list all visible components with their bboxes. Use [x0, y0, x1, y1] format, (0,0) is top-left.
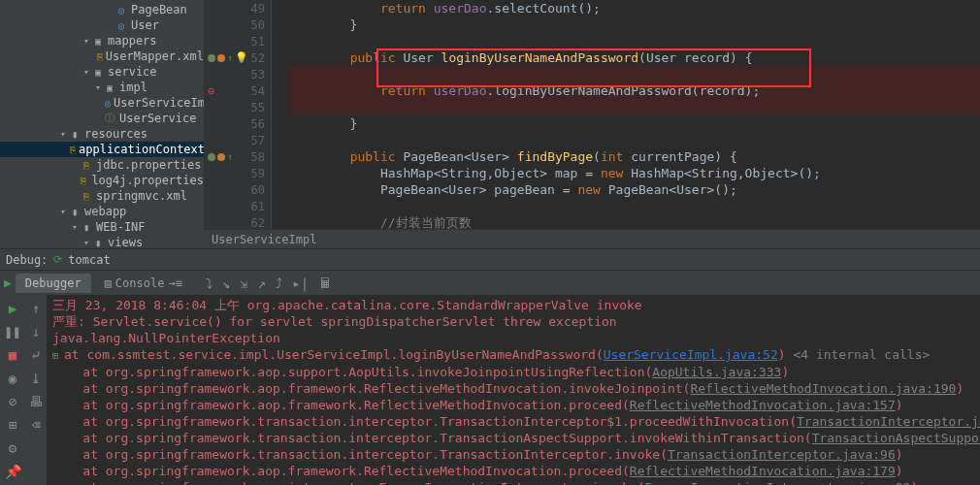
step-into-icon[interactable]: ↘ — [222, 275, 230, 291]
tree-item[interactable]: ▾▮views — [0, 235, 204, 248]
tree-item[interactable]: ▾▣mappers — [0, 33, 204, 48]
settings-icon[interactable]: ⚙ — [9, 440, 16, 456]
tree-item[interactable]: ▾▮webapp — [0, 204, 204, 219]
drop-frame-icon[interactable]: ⤴ — [276, 275, 282, 291]
tree-item[interactable]: ⎘UserMapper.xml — [0, 48, 204, 64]
tree-item[interactable]: ⎘log4j.properties — [0, 173, 204, 188]
code-line[interactable]: } — [289, 16, 980, 33]
code-line[interactable] — [289, 66, 980, 82]
editor-gutter: 495051↑💡5253⊖54555657↑585960616263 — [204, 0, 272, 229]
code-line[interactable] — [289, 132, 980, 148]
print-icon[interactable]: 🖶 — [29, 394, 43, 409]
restore-layout-icon[interactable]: ⊞ — [9, 417, 16, 433]
breadcrumb-item[interactable]: UserServiceImpl — [212, 233, 316, 246]
scroll-to-end-icon[interactable]: ⤓ — [30, 371, 42, 386]
code-line[interactable]: PageBean<User> pageBean = new PageBean<U… — [289, 181, 980, 198]
pause-icon[interactable]: ❚❚ — [5, 324, 21, 340]
debug-tabs: ▶ Debugger ▤Console→≡ ⤵ ↘ ⇲ ↗ ⤴ ▸| 🖩 — [0, 270, 980, 295]
log-line[interactable]: at org.springframework.aop.framework.Ref… — [52, 397, 974, 413]
code-line[interactable]: //封装当前页数 — [289, 214, 980, 229]
tree-item[interactable]: ⒾUserService — [0, 111, 204, 126]
up-stack-icon[interactable]: ↑ — [32, 301, 40, 316]
code-line[interactable]: return userDao.loginByUserNameAndPasswor… — [289, 82, 980, 99]
log-line[interactable]: ⊞at com.ssmtest.service.impl.UserService… — [52, 346, 974, 364]
tree-item[interactable]: ▾▣impl — [0, 80, 204, 95]
down-stack-icon[interactable]: ↓ — [32, 324, 40, 340]
console-output[interactable]: 三月 23, 2018 8:46:04 上午 org.apache.catali… — [47, 295, 980, 485]
code-line[interactable]: public User loginByUserNameAndPassword(U… — [289, 49, 980, 66]
debug-header: Debug: ⟳ tomcat — [0, 248, 980, 270]
code-line[interactable] — [289, 33, 980, 49]
stop-icon[interactable]: ■ — [9, 347, 16, 363]
code-line[interactable]: public PageBean<User> findByPage(int cur… — [289, 148, 980, 165]
breakpoints-icon[interactable]: ◉ — [9, 371, 16, 386]
rerun-icon[interactable]: ▶ — [4, 275, 12, 290]
step-over-icon[interactable]: ⤵ — [206, 275, 212, 291]
tree-item[interactable]: ▾▣service — [0, 64, 204, 80]
soft-wrap-icon[interactable]: ⤶ — [30, 347, 42, 363]
tree-item[interactable]: ◎UserServiceImpl — [0, 95, 204, 111]
log-line[interactable]: at org.springframework.aop.interceptor.E… — [52, 479, 974, 485]
tab-debugger[interactable]: Debugger — [16, 274, 91, 293]
log-line[interactable]: at org.springframework.transaction.inter… — [52, 413, 974, 430]
tree-item[interactable]: ▾▮resources — [0, 126, 204, 142]
resume-icon[interactable]: ▶ — [9, 301, 16, 316]
log-line[interactable]: java.lang.NullPointerException — [52, 330, 974, 346]
clear-icon[interactable]: ⌫ — [32, 417, 40, 433]
debug-side-toolbar: ▶ ❚❚ ■ ◉ ⊘ ⊞ ⚙ 📌 ✕ — [0, 295, 25, 485]
code-line[interactable]: } — [289, 115, 980, 132]
tab-console[interactable]: ▤Console→≡ — [95, 274, 192, 293]
tree-item[interactable]: ◎PageBean — [0, 2, 204, 17]
code-line[interactable]: return userDao.selectCount(); — [289, 0, 980, 16]
tree-item[interactable]: ▾▮WEB-INF — [0, 219, 204, 235]
force-step-into-icon[interactable]: ⇲ — [240, 275, 247, 291]
console-side-toolbar: ↑ ↓ ⤶ ⤓ 🖶 ⌫ — [25, 295, 47, 485]
log-line[interactable]: at org.springframework.transaction.inter… — [52, 430, 974, 446]
run-config-icon: ⟳ — [53, 253, 62, 266]
log-line[interactable]: at org.springframework.aop.support.AopUt… — [52, 364, 974, 380]
code-line[interactable] — [289, 99, 980, 115]
tree-item[interactable]: ⎘applicationContext.xml — [0, 142, 204, 157]
code-area[interactable]: return userDao.selectCount(); } public U… — [272, 0, 980, 229]
mute-breakpoints-icon[interactable]: ⊘ — [9, 394, 16, 409]
log-line[interactable]: 三月 23, 2018 8:46:04 上午 org.apache.catali… — [52, 297, 974, 313]
log-line[interactable]: at org.springframework.aop.framework.Ref… — [52, 463, 974, 479]
log-line[interactable]: 严重: Servlet.service() for servlet spring… — [52, 313, 974, 330]
run-to-cursor-icon[interactable]: ▸| — [292, 275, 309, 291]
code-line[interactable]: HashMap<String,Object> map = new HashMap… — [289, 165, 980, 181]
tree-item[interactable]: ⎘springmvc.xml — [0, 188, 204, 204]
pin-icon[interactable]: 📌 — [5, 464, 21, 479]
tree-item[interactable]: ⎘jdbc.properties — [0, 157, 204, 173]
code-line[interactable] — [289, 198, 980, 214]
log-line[interactable]: at org.springframework.aop.framework.Ref… — [52, 380, 974, 397]
editor: 495051↑💡5253⊖54555657↑585960616263 retur… — [204, 0, 980, 248]
log-line[interactable]: at org.springframework.transaction.inter… — [52, 446, 974, 463]
tree-item[interactable]: ◎User — [0, 17, 204, 33]
run-config-name[interactable]: tomcat — [68, 253, 110, 267]
breadcrumb[interactable]: UserServiceImpl — [204, 229, 980, 248]
evaluate-icon[interactable]: 🖩 — [318, 275, 332, 291]
step-out-icon[interactable]: ↗ — [258, 275, 266, 291]
debug-label: Debug: — [6, 253, 48, 267]
project-tree[interactable]: ◎PageBean◎User▾▣mappers⎘UserMapper.xml▾▣… — [0, 0, 204, 248]
